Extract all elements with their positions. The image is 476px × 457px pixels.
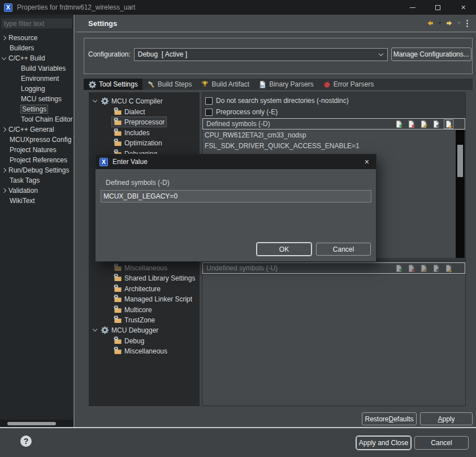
dialog-title: Enter Value — [112, 158, 148, 166]
tab-tool-settings[interactable]: Tool Settings — [84, 79, 142, 90]
tree-item-debug[interactable]: Debug — [89, 335, 200, 346]
ok-button[interactable]: OK — [257, 243, 311, 256]
sidebar-item-environment[interactable]: Environment — [0, 74, 73, 84]
category-folder-icon — [114, 295, 122, 303]
tree-item-shared-library-settings[interactable]: Shared Library Settings — [89, 273, 200, 283]
hammer-icon — [147, 80, 155, 89]
tree-item-architecture[interactable]: Architecture — [89, 283, 200, 294]
edit-icon[interactable] — [419, 119, 429, 129]
dialog-close-icon[interactable]: × — [365, 157, 369, 166]
window-titlebar: X Properties for frdmrw612_wireless_uart… — [0, 0, 476, 15]
bug-icon — [323, 80, 331, 89]
apply-and-close-button[interactable]: Apply and Close — [356, 436, 411, 450]
tab-error-parsers[interactable]: Error Parsers — [318, 79, 378, 90]
move-up-icon[interactable] — [431, 119, 441, 129]
sidebar-item-run-debug[interactable]: Run/Debug Settings — [0, 165, 73, 175]
category-folder-icon — [114, 107, 122, 116]
forward-arrow-icon[interactable] — [445, 19, 454, 28]
tree-item-managed-linker-script[interactable]: Managed Linker Script — [89, 294, 200, 304]
back-history-caret-icon[interactable] — [438, 22, 442, 24]
maximize-icon — [435, 5, 440, 10]
sidebar-horizontal-scrollbar[interactable] — [0, 420, 73, 428]
sidebar-item-mcu-settings[interactable]: MCU settings — [0, 94, 73, 104]
minimize-button[interactable] — [400, 0, 425, 15]
chevron-down-icon — [93, 98, 97, 102]
sidebar-item-mcuxpresso-config[interactable]: MCUXpresso Config T — [0, 135, 73, 145]
gear-icon — [88, 80, 97, 89]
nostdinc-checkbox-row[interactable]: Do not search system directories (-nostd… — [205, 97, 349, 105]
dialog-field-label: Defined symbols (-D) — [106, 179, 376, 187]
sidebar-item-logging[interactable]: Logging — [0, 84, 73, 94]
manage-configurations-button[interactable]: Manage Configurations... — [391, 48, 471, 61]
sidebar-item-cpp-general[interactable]: C/C++ General — [0, 124, 73, 135]
tab-build-artifact[interactable]: Build Artifact — [196, 79, 254, 90]
sidebar-item-settings[interactable]: Settings — [0, 104, 73, 114]
binary-file-icon — [258, 80, 267, 89]
restore-defaults-button[interactable]: Restore Defaults — [362, 412, 417, 425]
defined-list-scrollbar[interactable] — [456, 130, 465, 258]
move-down-icon[interactable] — [444, 264, 453, 273]
page-header: Settings — [76, 15, 476, 32]
add-icon[interactable] — [394, 119, 404, 129]
tab-build-steps[interactable]: Build Steps — [142, 79, 197, 90]
tree-item-trustzone[interactable]: TrustZone — [89, 314, 200, 325]
sidebar-item-resource[interactable]: Resource — [0, 33, 73, 43]
tree-item-misc-linker[interactable]: Miscellaneous — [89, 262, 200, 273]
tree-item-mcu-debugger[interactable]: MCU Debugger — [89, 325, 200, 335]
tree-item-dialect[interactable]: Dialect — [89, 106, 200, 117]
sidebar-item-cpp-build[interactable]: C/C++ Build — [0, 53, 73, 63]
chevron-right-icon — [2, 188, 6, 193]
sidebar-item-builders[interactable]: Builders — [0, 43, 73, 53]
checkbox-icon[interactable] — [205, 109, 213, 116]
filter-input[interactable] — [1, 18, 72, 29]
defined-symbol-item[interactable]: FSL_SDK_DRIVER_QUICK_ACCESS_ENABLE=1 — [202, 141, 465, 152]
tree-item-optimization[interactable]: Optimization — [89, 137, 200, 148]
sidebar-item-validation[interactable]: Validation — [0, 186, 73, 196]
close-button[interactable]: × — [451, 0, 476, 15]
footer-cancel-button[interactable]: Cancel — [414, 436, 469, 450]
preprocess-only-checkbox-row[interactable]: Preprocess only (-E) — [205, 108, 278, 116]
trophy-icon — [201, 80, 209, 89]
forward-history-caret-icon[interactable] — [457, 22, 461, 24]
apply-button[interactable]: Apply — [420, 412, 473, 425]
tree-item-mcu-c-compiler[interactable]: MCU C Compiler — [89, 96, 200, 106]
symbol-value-input[interactable] — [101, 190, 371, 202]
cancel-button[interactable]: Cancel — [316, 243, 371, 256]
move-down-icon[interactable] — [444, 119, 453, 129]
dialog-titlebar: X Enter Value × — [96, 154, 376, 169]
enter-value-dialog: X Enter Value × Defined symbols (-D) OK … — [95, 154, 377, 262]
delete-icon[interactable] — [406, 264, 416, 273]
edit-icon[interactable] — [419, 264, 429, 273]
tool-gear-icon — [101, 97, 109, 105]
sidebar-item-tool-chain-editor[interactable]: Tool Chain Editor — [0, 114, 73, 124]
maximize-button[interactable] — [425, 0, 451, 15]
category-folder-icon — [114, 337, 122, 345]
tab-binary-parsers[interactable]: Binary Parsers — [254, 79, 318, 90]
move-up-icon[interactable] — [431, 264, 441, 273]
tree-item-includes[interactable]: Includes — [89, 127, 200, 138]
sidebar-item-project-references[interactable]: Project References — [0, 155, 73, 165]
sidebar-item-project-natures[interactable]: Project Natures — [0, 145, 73, 155]
scrollbar-thumb[interactable] — [457, 145, 463, 177]
tree-item-preprocessor[interactable]: Preprocessor — [89, 117, 200, 127]
sidebar-item-wikitext[interactable]: WikiText — [0, 196, 73, 206]
category-folder-icon — [114, 305, 122, 314]
category-folder-icon — [114, 264, 122, 272]
tree-item-misc-debugger[interactable]: Miscellaneous — [89, 346, 200, 356]
scrollbar-thumb[interactable] — [7, 422, 56, 425]
back-arrow-icon[interactable] — [426, 19, 435, 28]
window-title: Properties for frdmrw612_wireless_uart — [17, 3, 135, 11]
defined-symbol-item[interactable]: CPU_RW612ETA2I_cm33_nodsp — [202, 130, 465, 141]
add-icon[interactable] — [394, 264, 404, 273]
tree-item-multicore[interactable]: Multicore — [89, 304, 200, 315]
configuration-select[interactable]: Debug [ Active ] — [134, 48, 388, 61]
checkbox-icon[interactable] — [205, 97, 213, 105]
sidebar-item-task-tags[interactable]: Task Tags — [0, 175, 73, 186]
view-menu-icon[interactable] — [464, 20, 470, 27]
defined-symbols-header: Defined symbols (-D) — [202, 118, 465, 130]
configuration-group: Configuration: Debug [ Active ] Manage C… — [84, 38, 473, 74]
delete-icon[interactable] — [406, 119, 416, 129]
category-folder-icon — [114, 347, 122, 355]
sidebar-item-build-variables[interactable]: Build Variables — [0, 63, 73, 74]
help-button[interactable]: ? — [20, 436, 32, 447]
